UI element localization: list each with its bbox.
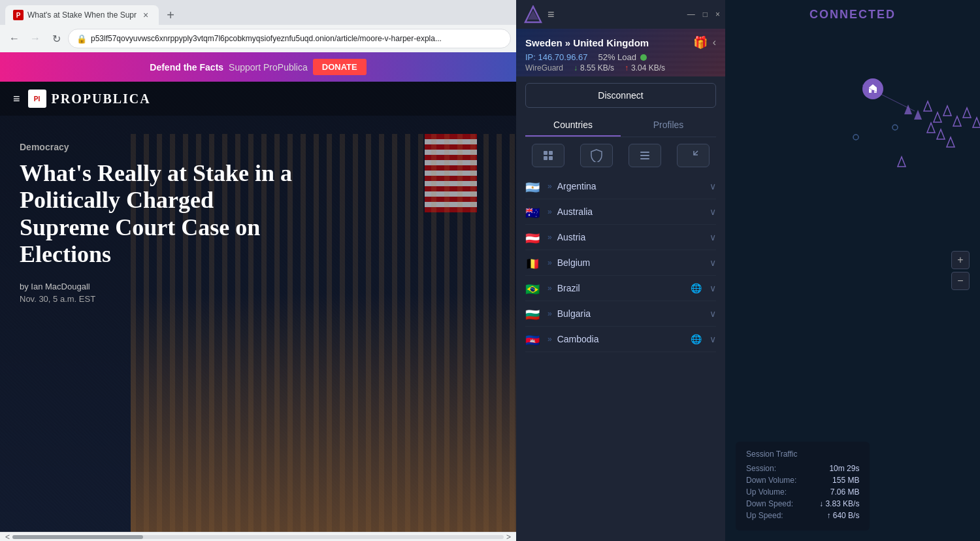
session-row-down-vol: Down Volume: 155 MB (746, 476, 859, 485)
scrollbar-track (12, 535, 504, 539)
list-item[interactable]: 🇧🇷 » Brazil 🌐 ∨ (525, 276, 716, 301)
filter-shield-button[interactable] (580, 144, 613, 167)
tab-close-button[interactable]: × (140, 10, 151, 20)
hamburger-icon[interactable]: ≡ (13, 92, 20, 106)
expand-chevron[interactable]: ∨ (710, 206, 716, 217)
belgium-flag: 🇧🇪 (525, 257, 542, 269)
session-row-down-speed: Down Speed: ↓ 3.83 KB/s (746, 499, 859, 508)
expand-chevron[interactable]: ∨ (710, 334, 716, 344)
tab-countries[interactable]: Countries (525, 114, 621, 137)
zoom-in-button[interactable]: + (951, 251, 970, 269)
svg-marker-17 (937, 129, 945, 139)
expand-chevron[interactable]: ∨ (710, 283, 716, 293)
svg-marker-18 (963, 108, 971, 118)
austria-flag: 🇦🇹 (525, 231, 542, 243)
country-name-belgium: Belgium (557, 257, 704, 268)
list-item[interactable]: 🇦🇺 » Australia ∨ (525, 199, 716, 225)
tab-favicon: P (13, 10, 24, 20)
browser-scrollbar[interactable]: < > (0, 532, 516, 541)
up-speed-label: Up Speed: (746, 511, 783, 520)
vpn-menu-button[interactable]: ≡ (547, 8, 555, 22)
vpn-filters (516, 137, 725, 174)
zoom-out-button[interactable]: − (951, 272, 970, 290)
article-byline: by Ian MacDougall (20, 282, 497, 291)
vpn-up-speed-value: 3.04 KB/s (631, 63, 665, 73)
up-volume-label: Up Volume: (746, 487, 787, 497)
home-location-button[interactable] (862, 78, 883, 99)
server-arrows-icon: » (547, 233, 552, 242)
country-name-brazil: Brazil (557, 283, 685, 293)
scroll-left-button[interactable]: < (5, 533, 10, 542)
tab-bar: P What's at Stake When the Supr × + (0, 0, 516, 25)
country-name-cambodia: Cambodia (557, 334, 685, 344)
brazil-flag: 🇧🇷 (525, 282, 542, 294)
disconnect-button[interactable]: Disconnect (525, 83, 716, 108)
logo-text: PROPUBLICA (52, 91, 151, 107)
up-arrow-icon: ↑ (625, 63, 629, 73)
list-item[interactable]: 🇧🇪 » Belgium ∨ (525, 250, 716, 276)
down-arrow-icon: ↓ (574, 63, 578, 73)
australia-flag: 🇦🇺 (525, 206, 542, 218)
vpn-panel: ≡ — □ × Sweden » United Kingdom 🎁 ‹ IP: … (516, 0, 725, 541)
down-volume-label: Down Volume: (746, 476, 796, 485)
list-item[interactable]: 🇦🇷 » Argentina ∨ (525, 174, 716, 199)
logo-icon: PI (28, 90, 46, 108)
scroll-right-button[interactable]: > (506, 533, 511, 542)
expand-chevron[interactable]: ∨ (710, 232, 716, 242)
minimize-button[interactable]: — (687, 10, 695, 19)
list-item[interactable]: 🇰🇭 » Cambodia 🌐 ∨ (525, 327, 716, 352)
browser-tab[interactable]: P What's at Stake When the Supr × (5, 5, 159, 25)
vpn-logo (524, 5, 542, 24)
vpn-down-speed-value: 8.55 KB/s (580, 63, 614, 73)
new-tab-button[interactable]: + (161, 6, 180, 24)
refresh-button[interactable]: ↻ (47, 29, 65, 48)
svg-rect-6 (640, 152, 649, 153)
svg-marker-12 (924, 101, 932, 111)
gift-button[interactable]: 🎁 (693, 35, 708, 50)
vpn-up-speed: ↑ 3.04 KB/s (625, 63, 665, 73)
back-server-button[interactable]: ‹ (713, 37, 716, 48)
article-title: What's Really at Stake in a Politically … (20, 160, 294, 269)
article-content: Democracy What's Really at Stake in a Po… (0, 116, 516, 330)
svg-marker-10 (904, 105, 912, 114)
maximize-button[interactable]: □ (703, 10, 708, 19)
svg-marker-20 (947, 137, 955, 147)
donate-button[interactable]: DONATE (313, 59, 367, 75)
svg-marker-16 (927, 123, 935, 133)
filter-recent-button[interactable] (677, 144, 710, 167)
load-dot-icon (640, 54, 647, 61)
list-item[interactable]: 🇦🇹 » Austria ∨ (525, 225, 716, 250)
expand-chevron[interactable]: ∨ (710, 308, 716, 319)
vpn-tabs: Countries Profiles (525, 114, 716, 137)
session-row-up-speed: Up Speed: ↑ 640 B/s (746, 511, 859, 520)
filter-all-button[interactable] (532, 144, 564, 167)
vpn-down-speed: ↓ 8.55 KB/s (574, 63, 614, 73)
banner-text: Support ProPublica (229, 62, 308, 73)
session-label: Session: (746, 464, 776, 473)
svg-marker-19 (973, 118, 980, 127)
nav-bar: ← → ↻ 🔒 p53lf57qovyuvwsc6xnrppyply3vtqm7… (0, 25, 516, 52)
argentina-flag: 🇦🇷 (525, 180, 542, 192)
expand-chevron[interactable]: ∨ (710, 257, 716, 268)
forward-button[interactable]: → (26, 29, 44, 48)
article-section: Democracy (20, 142, 497, 152)
close-button[interactable]: × (715, 10, 720, 19)
list-item[interactable]: 🇧🇬 » Bulgaria ∨ (525, 301, 716, 327)
tab-profiles[interactable]: Profiles (621, 114, 716, 137)
site-header: ≡ PI PROPUBLICA (0, 82, 516, 116)
expand-chevron[interactable]: ∨ (710, 181, 716, 191)
globe-icon: 🌐 (691, 283, 702, 293)
session-value: 10m 29s (829, 464, 859, 473)
address-bar[interactable]: 🔒 p53lf57qovyuvwsc6xnrppyply3vtqm7l6pcob… (68, 29, 511, 48)
filter-list-button[interactable] (629, 144, 661, 167)
lock-icon: 🔒 (76, 34, 87, 44)
scrollbar-thumb[interactable] (12, 535, 143, 539)
bulgaria-flag: 🇧🇬 (525, 308, 542, 320)
vpn-route-bar: Sweden » United Kingdom 🎁 ‹ (525, 35, 716, 50)
vpn-window-controls: — □ × (687, 10, 720, 19)
svg-point-28 (853, 135, 858, 140)
back-button[interactable]: ← (5, 29, 24, 48)
map-zoom-controls: + − (951, 251, 970, 290)
svg-rect-7 (640, 155, 649, 156)
vpn-protocol: WireGuard (525, 63, 563, 73)
